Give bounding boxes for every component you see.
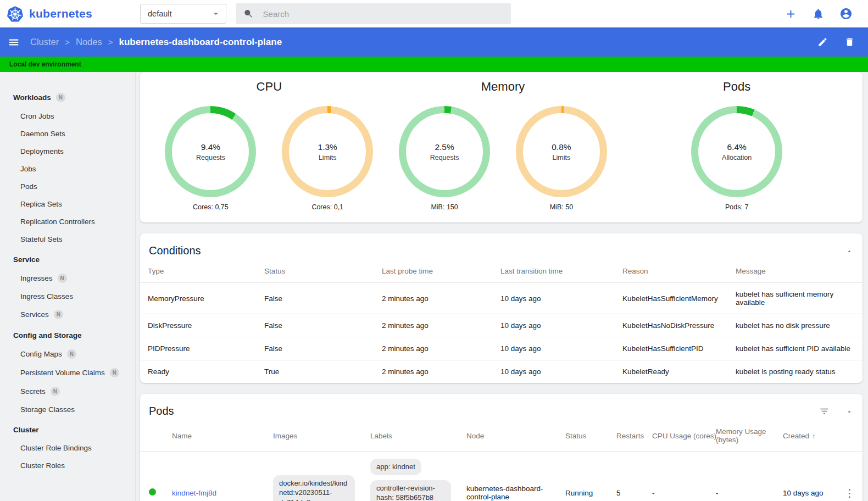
- create-resource-button[interactable]: [784, 8, 797, 20]
- sidebar-item-label: Secrets: [20, 387, 46, 396]
- pod-name-link[interactable]: kindnet-fmj8d: [172, 489, 216, 497]
- breadcrumb-nodes[interactable]: Nodes: [76, 37, 102, 47]
- search-bar[interactable]: [236, 3, 511, 24]
- sidebar-item-deployments[interactable]: Deployments: [0, 142, 135, 160]
- donut-hole: 9.4%Requests: [172, 113, 249, 190]
- pods-col-memory-usage-bytes: Memory Usage (bytes): [708, 422, 775, 452]
- chart-group-pods: Pods6.4%AllocationPods: 7: [620, 77, 854, 222]
- pods-col-actions: [833, 422, 863, 452]
- sidebar-item-storage-classes[interactable]: Storage Classes: [0, 400, 135, 418]
- new-badge: N: [58, 274, 67, 283]
- environment-banner-text: Local dev environment: [9, 60, 81, 68]
- namespace-value: default: [148, 9, 172, 18]
- sidebar-item-ingresses[interactable]: IngressesN: [0, 269, 135, 287]
- sidebar-item-label: Cluster Role Bindings: [20, 444, 92, 452]
- breadcrumb-separator: >: [108, 37, 113, 47]
- filter-icon: [819, 406, 830, 416]
- sidebar-item-persistent-volume-claims[interactable]: Persistent Volume ClaimsN: [0, 363, 135, 382]
- pod-name-cell: kindnet-fmj8d: [164, 452, 265, 501]
- sidebar-item-stateful-sets[interactable]: Stateful Sets: [0, 230, 135, 248]
- sort-ascending-icon[interactable]: ↑: [812, 432, 816, 440]
- pod-actions-cell: ⋮: [833, 452, 863, 501]
- delete-resource-button[interactable]: [844, 37, 855, 47]
- sidebar-item-cron-jobs[interactable]: Cron Jobs: [0, 107, 135, 125]
- donut-ring: 9.4%Requests: [165, 106, 256, 197]
- pods-col-cpu-usage-cores: CPU Usage (cores): [644, 422, 708, 452]
- new-badge: N: [56, 93, 65, 102]
- sidebar-item-daemon-sets[interactable]: Daemon Sets: [0, 125, 135, 142]
- chart-group-cpu: CPU9.4%RequestsCores: 0,751.3%LimitsCore…: [152, 77, 386, 222]
- plus-icon: [784, 8, 797, 20]
- sidebar-item-cluster-role-bindings[interactable]: Cluster Role Bindings: [0, 439, 135, 457]
- sidebar-item-replication-controllers[interactable]: Replication Controllers: [0, 213, 135, 230]
- kubernetes-logo-icon: [7, 5, 24, 23]
- donut-percent-value: 9.4%: [201, 142, 220, 152]
- pod-row-menu-button[interactable]: ⋮: [841, 487, 858, 499]
- sidebar-item-label: Replication Controllers: [20, 218, 95, 226]
- breadcrumb-cluster[interactable]: Cluster: [30, 37, 59, 47]
- sidebar-item-cluster-roles[interactable]: Cluster Roles: [0, 457, 135, 474]
- conditions-row-diskpressure: DiskPressureFalse2 minutes ago10 days ag…: [140, 314, 863, 337]
- pod-image-chip: docker.io/kindest/kindnetd:v20230511-dc7…: [273, 475, 355, 501]
- conditions-collapse-button[interactable]: [846, 248, 853, 254]
- donut-footer-value: MiB: 50: [550, 203, 573, 211]
- sidebar-item-secrets[interactable]: SecretsN: [0, 382, 135, 400]
- condition-cell: Ready: [140, 360, 257, 383]
- chart-group-title: Memory: [386, 80, 620, 94]
- menu-toggle-button[interactable]: [8, 36, 20, 48]
- condition-cell: True: [257, 360, 374, 383]
- edit-resource-button[interactable]: [817, 37, 828, 47]
- sidebar-item-services[interactable]: ServicesN: [0, 305, 135, 324]
- condition-cell: 10 days ago: [493, 337, 615, 360]
- condition-cell: kubelet is posting ready status: [728, 360, 863, 383]
- sidebar-item-config-maps[interactable]: Config MapsN: [0, 344, 135, 363]
- sidebar-item-label: Config Maps: [20, 350, 62, 358]
- pods-collapse-button[interactable]: [846, 408, 853, 415]
- sidebar-item-ingress-classes[interactable]: Ingress Classes: [0, 287, 135, 305]
- hamburger-icon: [8, 36, 20, 48]
- pods-col-images: Images: [265, 422, 363, 452]
- sidebar-item-jobs[interactable]: Jobs: [0, 160, 135, 177]
- notifications-button[interactable]: [812, 8, 825, 20]
- donut-hole: 2.5%Requests: [406, 113, 483, 190]
- sidebar-item-label: Ingress Classes: [20, 292, 73, 300]
- donut-percent-value: 6.4%: [727, 142, 747, 152]
- donut-percent-value: 1.3%: [318, 142, 337, 152]
- donut-center-label: Requests: [196, 154, 225, 162]
- condition-cell: KubeletHasNoDiskPressure: [615, 314, 728, 337]
- brand-title: kubernetes: [29, 7, 92, 20]
- donut-row: 6.4%AllocationPods: 7: [620, 98, 854, 222]
- pods-filter-button[interactable]: [819, 406, 830, 416]
- conditions-col-type: Type: [140, 261, 257, 283]
- pencil-icon: [817, 37, 828, 47]
- condition-cell: 10 days ago: [493, 283, 615, 314]
- condition-cell: PIDPressure: [140, 337, 257, 360]
- resource-gauges-card: CPU9.4%RequestsCores: 0,751.3%LimitsCore…: [140, 72, 863, 222]
- breadcrumb-current-node: kubernetes-dashboard-control-plane: [119, 37, 282, 48]
- pods-col-status-indicator: [140, 422, 164, 452]
- new-badge: N: [67, 349, 76, 359]
- conditions-col-message: Message: [728, 261, 863, 283]
- condition-cell: DiskPressure: [140, 314, 257, 337]
- gauge-cpu-limits: 1.3%LimitsCores: 0,1: [282, 98, 373, 222]
- namespace-select[interactable]: default: [140, 4, 226, 24]
- sidebar-item-label: Ingresses: [20, 274, 53, 282]
- pod-running-status-dot: [149, 488, 156, 496]
- sidebar-item-replica-sets[interactable]: Replica Sets: [0, 195, 135, 213]
- sidebar-item-label: Persistent Volume Claims: [20, 369, 105, 377]
- user-account-button[interactable]: [839, 7, 853, 20]
- sidebar-section-workloads: WorkloadsN: [0, 88, 135, 107]
- condition-cell: KubeletReady: [615, 360, 728, 383]
- chart-group-title: CPU: [152, 80, 386, 94]
- donut-center-label: Allocation: [722, 154, 752, 162]
- kubernetes-brand[interactable]: kubernetes: [7, 5, 140, 23]
- conditions-table: TypeStatusLast probe timeLast transition…: [140, 261, 863, 383]
- donut-ring: 2.5%Requests: [399, 106, 490, 197]
- condition-cell: MemoryPressure: [140, 283, 257, 314]
- conditions-col-reason: Reason: [615, 261, 728, 283]
- search-input[interactable]: [262, 9, 504, 19]
- sidebar-section-cluster: Cluster: [0, 421, 135, 439]
- sidebar-item-pods[interactable]: Pods: [0, 177, 135, 195]
- gauge-memory-requests: 2.5%RequestsMiB: 150: [399, 98, 490, 222]
- gauge-cpu-requests: 9.4%RequestsCores: 0,75: [165, 98, 256, 222]
